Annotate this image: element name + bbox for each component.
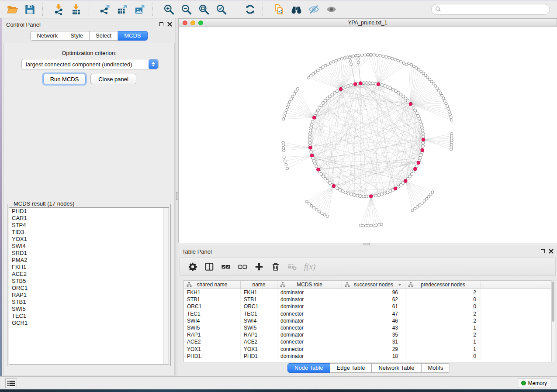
- optimization-criterion-select[interactable]: largest connected component (undirected): [21, 59, 159, 69]
- tab-edge-table[interactable]: Edge Table: [330, 363, 372, 373]
- mcds-result-item[interactable]: STP4: [9, 222, 169, 229]
- cell-predecessor_nodes: 2: [405, 310, 481, 317]
- mcds-result-item[interactable]: RAP1: [9, 292, 169, 299]
- tab-select[interactable]: Select: [90, 31, 118, 41]
- close-window-icon[interactable]: [183, 21, 187, 25]
- cell-name: SWI5: [241, 324, 277, 331]
- mcds-result-item[interactable]: STB5: [9, 278, 169, 285]
- export-table-button[interactable]: [114, 2, 131, 17]
- tab-node-table[interactable]: Node Table: [287, 363, 330, 373]
- mcds-result-item[interactable]: STB1: [9, 299, 169, 306]
- table-row[interactable]: ORC1ORC1dominator610: [184, 303, 551, 310]
- import-table-icon: [70, 3, 82, 15]
- zoom-fit-button[interactable]: [195, 2, 212, 17]
- mcds-result-item[interactable]: PHD1: [9, 208, 169, 215]
- memory-status-icon: [521, 381, 526, 385]
- table-row[interactable]: TEC1TEC1connector472: [184, 310, 551, 317]
- save-session-icon: [24, 3, 36, 15]
- select-all-button[interactable]: [218, 259, 234, 274]
- refresh-button[interactable]: [241, 2, 259, 17]
- hide-selected-button[interactable]: [305, 2, 322, 17]
- column-header-MCDS-role[interactable]: MCDS role: [277, 281, 342, 289]
- table-row[interactable]: SWI4SWI4dominator462: [184, 317, 551, 324]
- table-row[interactable]: FKH1FKH1dominator962: [184, 289, 551, 296]
- deselect-all-button[interactable]: [234, 259, 251, 274]
- delete-row-button[interactable]: [267, 259, 284, 274]
- column-header-successor-nodes[interactable]: successor nodes: [342, 281, 405, 289]
- mcds-result-item[interactable]: SWI4: [9, 243, 169, 250]
- minimize-window-icon[interactable]: [190, 21, 195, 25]
- float-panel-icon[interactable]: [541, 249, 545, 253]
- mcds-result-item[interactable]: FKH1: [9, 264, 169, 271]
- add-row-button[interactable]: [251, 259, 267, 274]
- mcds-result-item[interactable]: SRD1: [9, 250, 169, 257]
- mcds-tab-content: Optimization criterion: largest connecte…: [3, 43, 175, 375]
- search-input[interactable]: [431, 4, 550, 15]
- mcds-result-item[interactable]: TEC1: [9, 313, 169, 320]
- gear-icon: [188, 262, 197, 272]
- mcds-list-scrollbar[interactable]: [163, 208, 169, 364]
- table-scrollbar[interactable]: [551, 280, 555, 362]
- float-panel-icon[interactable]: [159, 22, 163, 26]
- gear-button[interactable]: [184, 259, 201, 274]
- table-row[interactable]: PHD1PHD1dominator180: [184, 353, 551, 360]
- mcds-result-item[interactable]: ACE2: [9, 271, 169, 278]
- run-mcds-button[interactable]: Run MCDS: [43, 74, 86, 84]
- zoom-selected-button[interactable]: [212, 2, 230, 17]
- column-header-name[interactable]: name: [241, 281, 277, 289]
- mcds-result-item[interactable]: TID3: [9, 229, 169, 236]
- maximize-window-icon[interactable]: [198, 21, 203, 25]
- open-file-button[interactable]: [3, 2, 21, 17]
- sort-indicator-icon: [398, 284, 401, 286]
- column-header-predecessor-nodes[interactable]: predecessor nodes: [405, 281, 481, 289]
- columns-icon: [204, 262, 214, 272]
- table-row[interactable]: RAP1RAP1dominator352: [184, 331, 551, 338]
- import-network-button[interactable]: [50, 2, 67, 17]
- mcds-result-item[interactable]: SWI5: [9, 306, 169, 313]
- table-row[interactable]: YOX1YOX1connector291: [184, 346, 551, 353]
- export-image-button[interactable]: [131, 2, 149, 17]
- mcds-result-item[interactable]: ORC1: [9, 285, 169, 292]
- table-row[interactable]: SWI5SWI5connector431: [184, 324, 551, 331]
- tab-network-table[interactable]: Network Table: [372, 363, 421, 373]
- tab-motifs[interactable]: Motifs: [422, 363, 450, 373]
- mcds-result-item[interactable]: YOX1: [9, 236, 169, 243]
- save-session-button[interactable]: [21, 2, 38, 17]
- export-image-icon: [134, 3, 146, 15]
- close-panel-button[interactable]: Close panel: [90, 74, 136, 84]
- import-table-button[interactable]: [67, 2, 85, 17]
- first-neighbors-button[interactable]: [287, 2, 305, 17]
- zoom-in-icon: [163, 3, 175, 15]
- toolbar-separator: [42, 3, 48, 16]
- network-canvas[interactable]: [179, 27, 557, 243]
- zoom-in-button[interactable]: [160, 2, 177, 17]
- network-window-titlebar[interactable]: YPA_prune.txt_1: [179, 19, 557, 27]
- close-panel-icon[interactable]: [167, 22, 172, 27]
- close-panel-icon[interactable]: [549, 249, 554, 254]
- add-row-icon: [254, 262, 264, 272]
- copy-network-button[interactable]: [270, 2, 287, 17]
- mcds-result-item[interactable]: CAR1: [9, 215, 169, 222]
- table-toolbar: f(x): [180, 258, 556, 276]
- export-network-button[interactable]: [96, 2, 114, 17]
- table-row[interactable]: ACE2ACE2connector311: [184, 338, 551, 345]
- column-header-shared-name[interactable]: shared name: [184, 281, 241, 289]
- refresh-icon: [244, 3, 256, 15]
- search-box: [431, 4, 550, 15]
- cell-successor_nodes: 46: [342, 317, 405, 324]
- tab-style[interactable]: Style: [64, 31, 90, 41]
- table-row[interactable]: STB1STB1dominator620: [184, 296, 551, 303]
- columns-button[interactable]: [201, 259, 218, 274]
- mcds-result-item[interactable]: GCR1: [9, 320, 169, 327]
- table-scrollbar-thumb[interactable]: [552, 282, 554, 322]
- memory-button[interactable]: Memory: [518, 378, 551, 388]
- tab-mcds[interactable]: MCDS: [118, 31, 147, 41]
- show-all-button[interactable]: [322, 2, 340, 17]
- panel-menu-button[interactable]: [5, 378, 17, 388]
- zoom-out-button[interactable]: [177, 2, 195, 17]
- tab-network[interactable]: Network: [30, 31, 64, 41]
- export-table-icon: [117, 3, 128, 15]
- cell-successor_nodes: 62: [342, 296, 405, 303]
- zoom-out-icon: [180, 3, 192, 15]
- mcds-result-item[interactable]: PMA2: [9, 257, 169, 264]
